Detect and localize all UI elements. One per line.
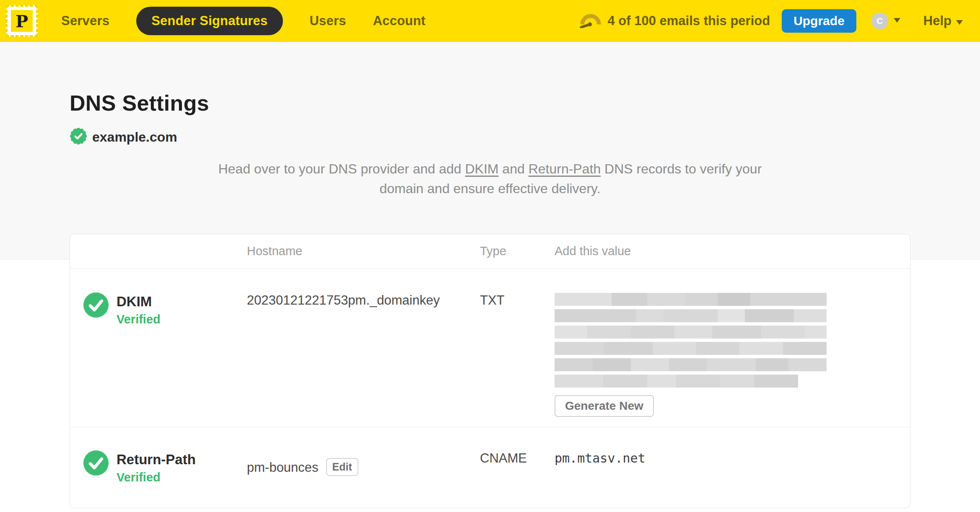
record-name-cell: Return-Path Verified bbox=[70, 451, 247, 484]
verified-domain: example.com bbox=[70, 127, 910, 147]
redacted-value-block bbox=[555, 293, 827, 388]
main-content: DNS Settings example.com Head over to yo… bbox=[70, 42, 910, 508]
nav-item-sender-signatures[interactable]: Sender Signatures bbox=[136, 7, 283, 35]
record-hostname: 20230121221753pm._domainkey bbox=[247, 293, 480, 417]
record-name-cell: DKIM Verified bbox=[70, 293, 247, 417]
header-value: Add this value bbox=[555, 244, 910, 258]
postmark-logo-letter: P bbox=[11, 10, 33, 32]
generate-new-button[interactable]: Generate New bbox=[555, 395, 654, 417]
table-header: Hostname Type Add this value bbox=[70, 234, 910, 269]
nav-item-servers[interactable]: Servers bbox=[61, 13, 109, 28]
header-hostname: Hostname bbox=[247, 244, 480, 258]
upgrade-button[interactable]: Upgrade bbox=[782, 9, 856, 33]
verified-seal-icon bbox=[70, 127, 87, 147]
table-row-dkim: DKIM Verified 20230121221753pm._domainke… bbox=[70, 269, 910, 427]
record-value-cell: pm.mtasv.net bbox=[555, 451, 910, 484]
gauge-icon bbox=[580, 10, 601, 31]
status-badge: Verified bbox=[117, 313, 161, 326]
primary-nav: Servers Sender Signatures Users Account bbox=[61, 7, 425, 35]
domain-name: example.com bbox=[92, 129, 177, 145]
postmark-logo[interactable]: P bbox=[6, 5, 38, 37]
edit-button[interactable]: Edit bbox=[326, 458, 358, 476]
intro-text: Head over to your DNS provider and add D… bbox=[213, 159, 767, 199]
status-badge: Verified bbox=[117, 471, 196, 484]
return-path-link[interactable]: Return-Path bbox=[529, 161, 601, 176]
record-hostname: pm-bounces bbox=[247, 460, 319, 475]
usage-indicator[interactable]: 4 of 100 emails this period bbox=[580, 10, 770, 31]
dns-records-card: Hostname Type Add this value DKIM Verifi… bbox=[70, 234, 910, 508]
nav-item-users[interactable]: Users bbox=[310, 13, 346, 28]
nav-item-account[interactable]: Account bbox=[373, 13, 425, 28]
usage-text: 4 of 100 emails this period bbox=[607, 13, 770, 28]
avatar: C bbox=[871, 13, 888, 29]
table-row-return-path: Return-Path Verified pm-bounces Edit CNA… bbox=[70, 427, 910, 508]
dkim-link[interactable]: DKIM bbox=[465, 161, 498, 176]
record-name: DKIM bbox=[117, 294, 161, 310]
record-value: pm.mtasv.net bbox=[555, 451, 646, 465]
verified-check-icon bbox=[83, 450, 109, 476]
nav-right-group: 4 of 100 emails this period Upgrade C He… bbox=[580, 9, 963, 33]
record-value-cell: Generate New bbox=[555, 293, 910, 417]
record-type: CNAME bbox=[480, 451, 555, 484]
chevron-down-icon bbox=[893, 17, 901, 25]
page-title: DNS Settings bbox=[70, 42, 910, 116]
help-menu[interactable]: Help bbox=[923, 13, 963, 28]
record-hostname-cell: pm-bounces Edit bbox=[247, 451, 480, 484]
record-type: TXT bbox=[480, 293, 555, 417]
record-name: Return-Path bbox=[117, 452, 196, 468]
chevron-down-icon bbox=[956, 13, 963, 28]
help-label: Help bbox=[923, 13, 951, 28]
top-navbar: P Servers Sender Signatures Users Accoun… bbox=[0, 0, 980, 42]
account-menu[interactable]: C bbox=[871, 13, 901, 29]
header-type: Type bbox=[480, 244, 555, 258]
verified-check-icon bbox=[83, 292, 109, 318]
